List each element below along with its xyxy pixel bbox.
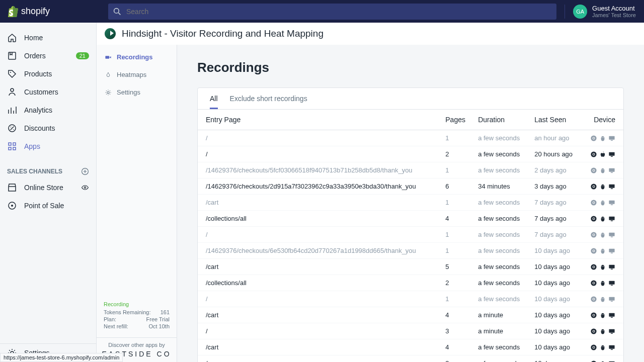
os-icon (599, 328, 606, 335)
chrome-icon (590, 328, 597, 335)
recording-row[interactable]: /2a few seconds20 hours ago (198, 146, 623, 162)
monitor-icon (608, 263, 615, 270)
monitor-icon (608, 312, 615, 319)
discounts-icon (7, 123, 17, 133)
recording-row[interactable]: /3a few seconds10 days ago (198, 355, 623, 363)
chrome-icon (590, 135, 597, 142)
chrome-icon (590, 360, 597, 363)
recording-row[interactable]: /cart4a minute10 days ago (198, 307, 623, 323)
monitor-icon (608, 135, 615, 142)
tab-exclude-short-recordings[interactable]: Exclude short recordings (224, 88, 313, 109)
os-icon (599, 296, 606, 303)
view-store-icon[interactable] (81, 184, 89, 192)
os-icon (599, 167, 606, 174)
account-store: James' Test Store (592, 12, 636, 18)
add-channel-icon[interactable] (81, 167, 89, 175)
monitor-icon (608, 344, 615, 351)
recording-row[interactable]: /14629376/checkouts/6e530fb64cd20d770267… (198, 243, 623, 259)
chrome-icon (590, 296, 597, 303)
chrome-icon (590, 151, 597, 158)
monitor-icon (608, 280, 615, 287)
page-heading: Recordings (197, 60, 624, 75)
channel-online-store[interactable]: Online Store (0, 178, 96, 197)
tab-all[interactable]: All (204, 88, 224, 109)
chrome-icon (590, 344, 597, 351)
os-icon (599, 247, 606, 254)
status-bar-url: https://james-test-store-6.myshopify.com… (0, 353, 123, 362)
recording-row[interactable]: /collections/all2a few seconds10 days ag… (198, 275, 623, 291)
orders-badge: 21 (76, 52, 89, 59)
chrome-icon (590, 167, 597, 174)
products-icon (7, 69, 17, 79)
os-icon (599, 135, 606, 142)
os-icon (599, 344, 606, 351)
subnav-recordings[interactable]: Recordings (97, 48, 177, 66)
account-menu[interactable]: GA Guest Account James' Test Store (565, 5, 636, 19)
recording-row[interactable]: /cart1a few seconds7 days ago (198, 195, 623, 211)
recording-row[interactable]: /1a few seconds10 days ago (198, 291, 623, 307)
home-icon (7, 33, 17, 43)
os-icon (599, 151, 606, 158)
os-icon (599, 280, 606, 287)
apps-icon (7, 141, 17, 151)
nav-customers[interactable]: Customers (0, 83, 96, 101)
monitor-icon (608, 328, 615, 335)
recording-row[interactable]: /cart4a few seconds10 days ago (198, 339, 623, 355)
app-title: Hindsight - Visitor Recording and Heat M… (122, 28, 324, 39)
avatar: GA (573, 5, 587, 19)
logo-text: shopify (21, 6, 50, 17)
recording-row[interactable]: /14629376/checkouts/2d915a7f3023962c9a33… (198, 178, 623, 195)
col-pages: Pages (440, 110, 473, 130)
recording-row[interactable]: /3a minute10 days ago (198, 323, 623, 339)
discover-label: Discover other apps by (101, 342, 173, 348)
sales-channels-label: SALES CHANNELS (7, 168, 62, 175)
col-entry-page: Entry Page (198, 110, 440, 130)
os-icon (599, 263, 606, 270)
chrome-icon (590, 247, 597, 254)
chrome-icon (590, 215, 597, 222)
chrome-icon (590, 199, 597, 206)
monitor-icon (608, 215, 615, 222)
monitor-icon (608, 296, 615, 303)
monitor-icon (608, 231, 615, 238)
nav-apps[interactable]: Apps (0, 137, 96, 155)
monitor-icon (608, 199, 615, 206)
recording-row[interactable]: /14629376/checkouts/5fcf03066518f9407513… (198, 162, 623, 178)
os-icon (599, 360, 606, 363)
recording-row[interactable]: /cart5a few seconds10 days ago (198, 259, 623, 275)
col-device: Device (582, 110, 623, 130)
app-icon (105, 28, 116, 39)
chrome-icon (590, 183, 597, 190)
col-last-seen: Last Seen (529, 110, 582, 130)
search-icon (113, 8, 121, 16)
search-input[interactable] (126, 8, 551, 16)
monitor-icon (608, 167, 615, 174)
search-field[interactable] (108, 4, 556, 20)
chrome-icon (590, 280, 597, 287)
nav-analytics[interactable]: Analytics (0, 101, 96, 119)
channel-point-of-sale[interactable]: Point of Sale (0, 197, 96, 215)
recording-status: Recording (104, 301, 170, 307)
nav-home[interactable]: Home (0, 29, 96, 47)
shopify-bag-icon (8, 6, 18, 17)
os-icon (599, 215, 606, 222)
nav-discounts[interactable]: Discounts (0, 119, 96, 137)
os-icon (599, 231, 606, 238)
account-name: Guest Account (592, 5, 636, 12)
shopify-logo[interactable]: shopify (8, 6, 96, 17)
os-icon (599, 199, 606, 206)
orders-icon (7, 51, 17, 61)
monitor-icon (608, 247, 615, 254)
chrome-icon (590, 263, 597, 270)
recording-row[interactable]: /1a few seconds7 days ago (198, 227, 623, 243)
subnav-heatmaps[interactable]: Heatmaps (97, 66, 177, 83)
analytics-icon (7, 105, 17, 115)
recording-row[interactable]: /collections/all4a few seconds7 days ago (198, 211, 623, 227)
nav-products[interactable]: Products (0, 65, 96, 83)
monitor-icon (608, 183, 615, 190)
nav-orders[interactable]: Orders21 (0, 47, 96, 65)
monitor-icon (608, 360, 615, 363)
subnav-settings[interactable]: Settings (97, 83, 177, 101)
col-duration: Duration (473, 110, 529, 130)
recording-row[interactable]: /1a few secondsan hour ago (198, 130, 623, 146)
